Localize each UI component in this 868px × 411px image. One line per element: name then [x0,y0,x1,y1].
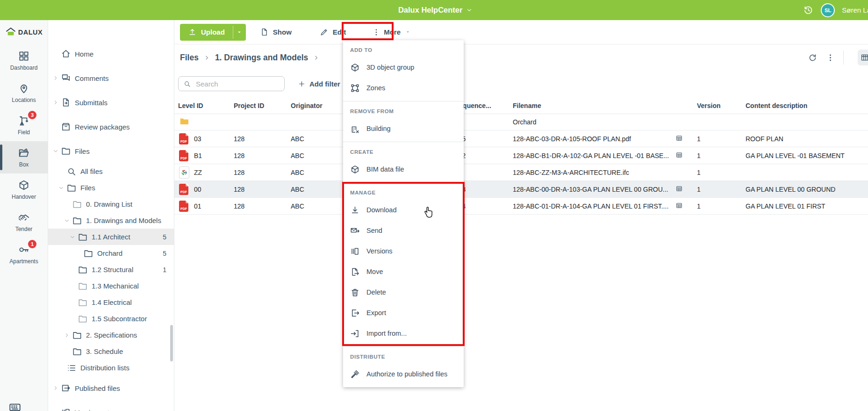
menu-item-move[interactable]: Move [343,261,464,282]
nav-item-published-files[interactable]: Published files [48,376,174,400]
nav-item-label: 1. Drawings and Models [86,216,161,224]
nav-item-0-drawing-list[interactable]: 0. Drawing List [48,196,174,212]
chevron-right-icon[interactable] [64,332,72,339]
search-input[interactable] [195,79,280,88]
menu-item-delete[interactable]: Delete [343,282,464,303]
nav-item-1-drawings-and-models[interactable]: 1. Drawings and Models [48,212,174,229]
nav-item-label: Comments [75,74,109,82]
nav-item-review-packages[interactable]: Review packages [48,115,174,139]
nav-item-comments[interactable]: Comments [48,66,174,90]
nav-item-1-5-subcontractor[interactable]: 1.5 Subcontractor [48,310,174,327]
scrollbar-thumb[interactable] [170,325,173,361]
upload-button[interactable]: Upload [180,24,246,41]
pdf-icon: PDF [179,184,188,195]
table-row[interactable]: Orchard [174,114,868,130]
nav-item-orchard[interactable]: Orchard5 [48,245,174,261]
rail-item-apartments[interactable]: 1Apartments [0,238,48,270]
column-header-content-description[interactable]: Content description [746,102,807,109]
table-row[interactable]: ZZ128ABC128-ABC-ZZ-M3-A-ARCHITECTURE.ifc… [174,164,868,181]
chevron-down-icon[interactable] [64,217,72,224]
rail-item-dashboard[interactable]: Dashboard [0,44,48,77]
folder-icon [72,346,82,357]
avatar[interactable]: SL [821,3,835,17]
cell-level-id: 01 [194,202,201,210]
pdf-icon: PDF [179,201,188,212]
nav-item-home[interactable]: Home [48,42,174,66]
table-row[interactable]: PDFB1128ABC102128-ABC-B1-DR-A-102-GA PLA… [174,147,868,164]
nav-item-label: Files [80,184,95,192]
chevron-down-icon[interactable] [69,234,78,240]
menu-item-bim-data-file[interactable]: BIM data file [343,159,464,180]
folder-open-icon [18,147,30,159]
table-row[interactable]: PDF00128ABC103128-ABC-00-DR-A-103-GA PLA… [174,181,868,198]
keyboard-icon[interactable] [8,401,22,411]
table-row[interactable]: PDF03128ABC105128-ABC-03-DR-A-105-ROOF P… [174,130,868,147]
nav-item-files[interactable]: Files [48,180,174,196]
add-filter-button[interactable]: Add filter [295,76,343,91]
rail-item-locations[interactable]: Locations [0,77,48,109]
list-options-button[interactable] [826,53,835,62]
project-switcher[interactable]: Dalux HelpCenter [398,0,473,20]
package-icon [61,122,71,132]
menu-item-import-from[interactable]: Import from... [343,323,464,344]
column-settings-button[interactable] [858,50,868,65]
column-header-filename[interactable]: Filename [513,102,541,109]
refresh-button[interactable] [808,53,818,63]
chevron-right-icon[interactable] [52,99,61,106]
nav-item-1-3-mechanical[interactable]: 1.3 Mechanical [48,278,174,294]
chevron-down-icon[interactable] [52,148,61,154]
edit-button[interactable]: Edit [317,27,349,37]
breadcrumb-current-folder[interactable]: 1. Drawings and Models [215,53,308,63]
menu-section-distribute: DISTRIBUTEAuthorize to published files [343,346,464,384]
nav-item-all-files[interactable]: All files [48,163,174,180]
nav-item-files[interactable]: Files [48,139,174,163]
pdf-icon: PDF [179,133,188,144]
column-header-originator[interactable]: Originator [291,102,323,109]
menu-item-zones[interactable]: Zones [343,78,464,98]
rail-item-label: Tender [15,226,33,232]
nav-item-3-schedule[interactable]: 3. Schedule [48,343,174,360]
table-row[interactable]: PDF01128ABC104128-ABC-01-DR-A-104-GA PLA… [174,198,868,215]
rail-item-handover[interactable]: Handover [0,173,48,206]
nav-item-distribution-lists[interactable]: Distribution lists [48,360,174,376]
edit-label: Edit [333,28,346,36]
breadcrumb-files[interactable]: Files [180,53,199,63]
rail-item-tender[interactable]: Tender [0,206,48,238]
rail-item-box[interactable]: Box [0,141,48,173]
nav-item-label: All files [80,167,103,175]
chevron-right-icon[interactable] [52,75,61,81]
nav-item-version-sets[interactable]: Version sets [48,400,174,411]
cell-project-id: 128 [234,135,244,143]
dalux-logo[interactable]: DALUX [0,20,48,44]
nav-item-2-specifications[interactable]: 2. Specifications [48,327,174,343]
menu-item-building[interactable]: Building [343,118,464,139]
chevron-right-icon[interactable] [52,385,61,391]
column-header-version[interactable]: Version [697,102,721,109]
chevron-down-icon[interactable] [58,185,66,191]
download-icon [350,205,360,215]
show-button[interactable]: Show [257,27,294,37]
column-header-project-id[interactable]: Project ID [234,102,264,109]
folder-icon [78,281,88,291]
menu-item-download[interactable]: Download [343,200,464,220]
nav-item-1-1-architect[interactable]: 1.1 Architect5 [48,229,174,245]
nav-item-label: 1.2 Structural [92,266,133,274]
upload-dropdown-button[interactable] [233,24,246,41]
nav-item-label: 1.4 Electrical [92,298,132,306]
more-button[interactable]: More [369,28,414,37]
column-header-level-id[interactable]: Level ID [178,102,203,109]
history-button[interactable] [803,5,814,15]
menu-item-versions[interactable]: Versions [343,241,464,261]
menu-item-authorize-to-published-files[interactable]: Authorize to published files [343,364,464,384]
nav-item-1-4-electrical[interactable]: 1.4 Electrical [48,294,174,310]
menu-item-export[interactable]: Export [343,303,464,323]
cell-version: 1 [697,186,701,193]
nav-item-label: 2. Specifications [86,331,137,339]
folder-icon [78,265,88,275]
nav-item-submittals[interactable]: Submittals [48,90,174,115]
rail-item-field[interactable]: 3Field [0,109,48,141]
box3d-icon [18,179,30,191]
menu-item-3d-object-group[interactable]: 3D object group [343,57,464,78]
nav-item-1-2-structural[interactable]: 1.2 Structural1 [48,261,174,278]
menu-item-send[interactable]: Send [343,220,464,241]
